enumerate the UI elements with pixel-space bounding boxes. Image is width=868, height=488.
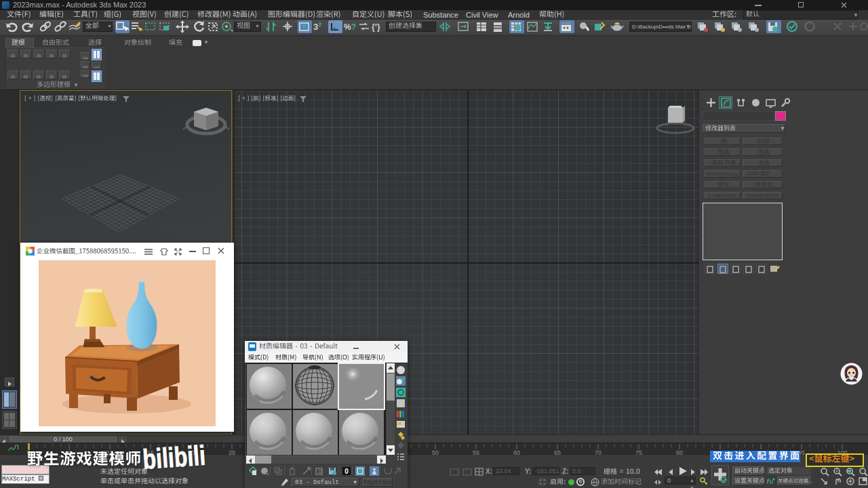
svg-text:0: 0 <box>344 468 349 475</box>
